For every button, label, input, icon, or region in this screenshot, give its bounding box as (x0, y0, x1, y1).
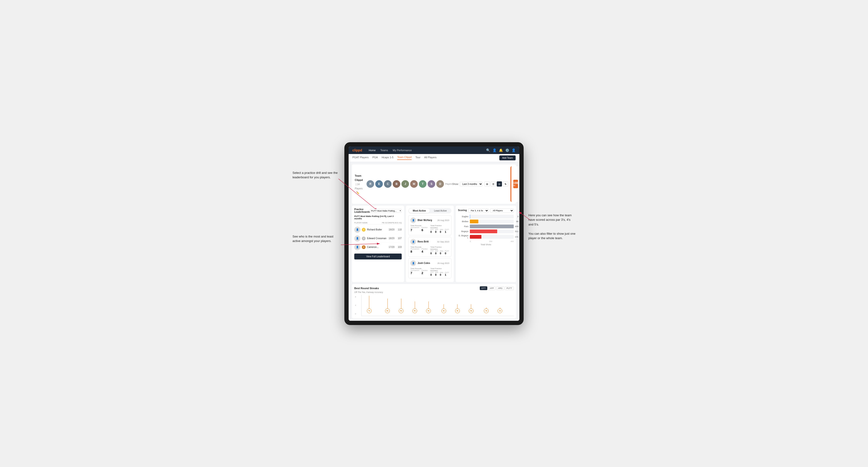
ac-stats-1: Total Rounds Tournament 7 Practice (410, 224, 450, 233)
bar-dbogeys-val: 131 (515, 236, 519, 238)
ac-tournament-2: Tournament 8 (410, 248, 419, 253)
ac-practice-activities-1: Total Practice Activities OTT 0 APP (430, 224, 449, 233)
bar-pars-row: Pars 499 (458, 224, 514, 228)
lb-avatar-2: 👤 (354, 236, 361, 242)
bar-dbogeys-track: 131 (470, 235, 514, 239)
search-icon[interactable]: 🔍 (486, 148, 490, 152)
ac-arg-2: ARG 0 (440, 250, 443, 255)
subnav-pgat[interactable]: PGAT Players (352, 156, 369, 160)
bar-eagles-fill (470, 215, 470, 218)
par-filter-wrapper[interactable]: Par 3, 4 & 5s Par 3s only Par 4s only Pa… (468, 208, 489, 213)
team-count: | 14 Players (355, 183, 363, 190)
subnav-team-clippd[interactable]: Team Clippd (397, 156, 412, 160)
scoring-chart: Eagles 3 Birdies (458, 215, 514, 246)
avatar-1[interactable]: R (367, 180, 374, 188)
ac-prac-vals-3: OTT 0 APP 0 ARG (430, 272, 449, 276)
y-label-bot: 0 (355, 313, 356, 315)
ac-practice-activities-3: Total Practice Activities OTT 0 APP (430, 268, 449, 276)
ac-app-2: APP 0 (435, 250, 438, 255)
grid-view-btn[interactable]: ⊞ (485, 181, 490, 187)
bar-eagles-row: Eagles 3 (458, 215, 514, 218)
nav-teams[interactable]: Teams (380, 149, 388, 152)
par-filter[interactable]: Par 3, 4 & 5s Par 3s only Par 4s only Pa… (468, 209, 489, 213)
lb-name-1: Richard Butler (367, 228, 387, 231)
ac-putt-1: PUTT 1 (445, 229, 449, 233)
lb-avg-2: 107 (398, 237, 402, 240)
avatar-5[interactable]: J (401, 180, 409, 188)
ac-rounds-vals-3: Tournament 7 Practice 2 (410, 270, 429, 275)
bar-birdies-label: Birdies (458, 220, 468, 223)
drill-select-wrapper[interactable]: PUTT Must Make Putting... OTT Driving Ac… (370, 208, 402, 213)
ac-rounds-label: Total Rounds (410, 224, 429, 227)
page-wrapper: Select a practice drill and see the lead… (292, 142, 576, 325)
user-icon[interactable]: 👤 (493, 148, 497, 152)
ac-ott-1: OTT 0 (430, 229, 434, 233)
avatar-7[interactable]: T (419, 180, 427, 188)
streaks-subtitle: Off The Tee, Fairway Accuracy (354, 291, 514, 293)
player-filter-wrapper[interactable]: All Players Individual player (490, 208, 514, 213)
streak-app-btn[interactable]: APP (488, 286, 496, 290)
subnav-tour[interactable]: Tour (415, 156, 420, 160)
streak-dot-6x-2: 6x (401, 299, 401, 313)
add-team-button[interactable]: Add Team (499, 155, 516, 160)
bar-bogeys-track: 311 (470, 229, 514, 233)
least-active-tab[interactable]: Least Active (430, 209, 451, 213)
subnav-hcaps[interactable]: Hcaps 1-5 (382, 156, 394, 160)
lb-avg-3: 103 (398, 246, 402, 248)
player-filter[interactable]: All Players Individual player (490, 209, 514, 213)
most-active-tab[interactable]: Most Active (409, 209, 430, 213)
streak-arg-btn[interactable]: ARG (496, 286, 504, 290)
ac-ott-2: OTT 0 (430, 250, 434, 255)
scoring-panel: Scoring Par 3, 4 & 5s Par 3s only Par 4s… (456, 206, 516, 282)
subnav-all-players[interactable]: All Players (424, 156, 437, 160)
streak-dot-3x-2: 3x (500, 308, 500, 313)
ac-rounds-vals-2: Tournament 8 Practice 4 (410, 248, 429, 253)
show-select[interactable]: Last 3 months Last month Last year (460, 182, 483, 186)
ac-tournament-3: Tournament 7 (410, 270, 419, 275)
lb-avatar-1: 👤 (354, 227, 361, 233)
view-full-leaderboard-button[interactable]: View Full Leaderboard (354, 253, 402, 259)
leaderboard-subtitle: PUTT Must Make Putting (3-6 ft), Last 3 … (354, 215, 402, 220)
ac-prac-vals-2: OTT 0 APP 0 ARG (430, 250, 449, 255)
bar-dbogeys-row: D. Bogeys + 131 (458, 235, 514, 239)
filter-btn[interactable]: ⇅ (503, 181, 508, 187)
streak-ott-btn[interactable]: OTT (480, 286, 487, 290)
avatar-8[interactable]: S (428, 180, 435, 188)
avatar-3[interactable]: C (384, 180, 392, 188)
x-label-400: 400 (511, 240, 514, 243)
edit-icon[interactable]: ✏️ (356, 191, 360, 194)
shot-info: 198 sc Shot Dist: 16 yds Start Lie: Roug… (510, 166, 519, 202)
avatar-6[interactable]: M (410, 180, 418, 188)
tablet: clippd Home Teams My Performance 🔍 👤 🔔 ⚙… (344, 142, 524, 325)
ac-name-2: Rees Britt (417, 240, 429, 243)
rank-3: 3 (362, 245, 366, 249)
ac-prac-vals-1: OTT 0 APP 0 ARG (430, 229, 449, 233)
subnav-pga[interactable]: PGA (372, 156, 378, 160)
rank-2: 2 (362, 237, 366, 240)
card-view-btn[interactable]: ⊟ (497, 181, 502, 187)
nav-my-performance[interactable]: My Performance (393, 149, 412, 152)
avatar-4[interactable]: B (393, 180, 400, 188)
nav-home[interactable]: Home (369, 149, 375, 152)
leaderboard-cols-header: PLAYER NAME PB SCORE PB AVG SQ (354, 221, 402, 224)
bar-dbogeys-label: D. Bogeys + (458, 235, 468, 239)
bar-eagles-val: 3 (517, 215, 519, 218)
settings-icon[interactable]: ⚙️ (505, 148, 509, 152)
avatar-icon[interactable]: 👤 (512, 148, 516, 152)
scoring-title: Scoring (458, 209, 467, 212)
streak-putt-btn[interactable]: PUTT (505, 286, 514, 290)
drill-select[interactable]: PUTT Must Make Putting... OTT Driving Ac… (370, 209, 402, 213)
activity-card-1: 👤 Blair McHarg 26 Aug 2023 Total Rounds (408, 215, 452, 236)
streak-dot-5x-2: 5x (428, 302, 429, 313)
scoring-header: Scoring Par 3, 4 & 5s Par 3s only Par 4s… (458, 208, 514, 213)
avatar-2[interactable]: E (375, 180, 383, 188)
list-view-btn[interactable]: ☰ (491, 181, 496, 187)
three-col-grid: Practice Leaderboards PUTT Must Make Put… (352, 206, 516, 282)
ac-header-2: 👤 Rees Britt 02 Sep 2023 (410, 239, 450, 245)
bell-icon[interactable]: 🔔 (499, 148, 503, 152)
main-content: Team Clippd | 14 Players ✏️ R E C B J M … (349, 162, 519, 321)
show-select-wrapper[interactable]: Last 3 months Last month Last year (460, 182, 483, 186)
ac-practice-activities-2: Total Practice Activities OTT 0 APP (430, 246, 449, 255)
ac-header-3: 👤 Josh Coles 26 Aug 2023 (410, 260, 450, 266)
avatar-9[interactable]: D (436, 180, 444, 188)
